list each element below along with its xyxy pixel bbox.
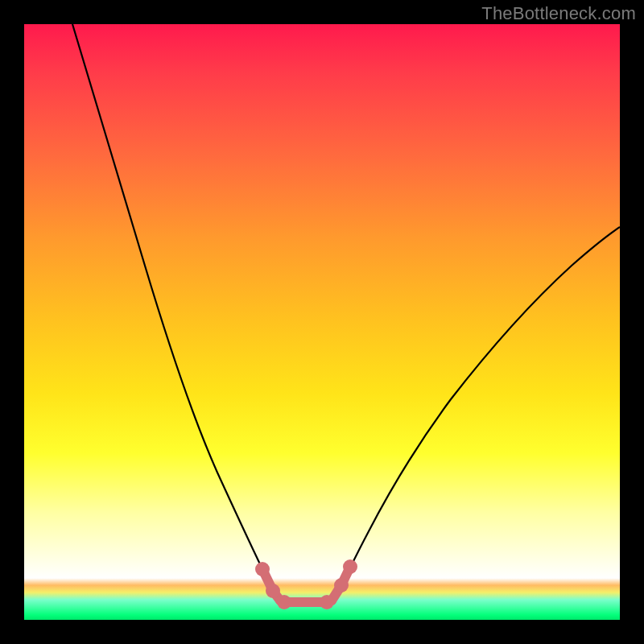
curve-left	[72, 24, 284, 604]
svg-point-8	[266, 584, 280, 598]
curve-right	[327, 227, 620, 604]
svg-point-7	[255, 562, 270, 576]
svg-point-12	[343, 559, 357, 574]
chart-plot-area	[24, 24, 620, 620]
chart-frame: TheBottleneck.com	[0, 0, 644, 644]
watermark-text: TheBottleneck.com	[481, 3, 636, 24]
svg-point-11	[334, 578, 349, 592]
svg-point-10	[320, 595, 334, 609]
svg-point-9	[277, 595, 291, 609]
chart-svg	[24, 24, 620, 620]
